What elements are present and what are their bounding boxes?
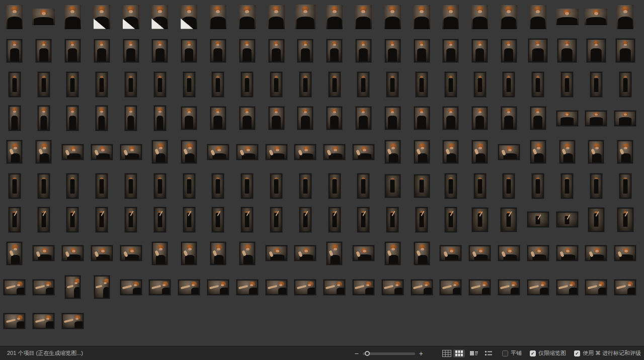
photo-thumbnail[interactable] — [530, 5, 546, 29]
photo-thumbnail[interactable] — [386, 207, 399, 233]
photo-thumbnail[interactable] — [556, 9, 579, 25]
photo-thumbnail[interactable] — [439, 245, 462, 261]
photo-thumbnail[interactable] — [471, 207, 489, 232]
photo-thumbnail[interactable] — [268, 106, 285, 130]
photo-thumbnail[interactable] — [384, 241, 401, 265]
photo-thumbnail[interactable] — [471, 140, 488, 164]
photo-thumbnail[interactable] — [120, 144, 142, 160]
grid-view-button[interactable] — [453, 349, 465, 357]
photo-thumbnail[interactable] — [153, 105, 167, 131]
photo-thumbnail[interactable] — [95, 207, 108, 233]
photo-thumbnail[interactable] — [181, 106, 197, 130]
photo-thumbnail[interactable] — [471, 5, 488, 29]
photo-thumbnail[interactable] — [498, 279, 520, 296]
photo-thumbnail[interactable] — [183, 71, 196, 98]
photo-thumbnail[interactable] — [95, 173, 108, 199]
photo-thumbnail[interactable] — [94, 275, 110, 299]
photo-thumbnail[interactable] — [210, 5, 226, 29]
photo-thumbnail[interactable] — [328, 71, 341, 98]
photo-thumbnail[interactable] — [326, 5, 343, 29]
slider-track[interactable] — [363, 352, 415, 355]
photo-thumbnail[interactable] — [66, 105, 79, 131]
photo-thumbnail[interactable] — [414, 241, 430, 265]
photo-thumbnail[interactable] — [207, 279, 229, 296]
photo-thumbnail[interactable] — [61, 245, 84, 261]
photo-thumbnail[interactable] — [326, 39, 343, 63]
photo-thumbnail[interactable] — [124, 105, 137, 131]
photo-thumbnail[interactable] — [32, 245, 55, 261]
photo-thumbnail[interactable] — [586, 38, 606, 63]
photo-thumbnail[interactable] — [590, 71, 603, 98]
photo-thumbnail[interactable] — [95, 105, 108, 131]
photo-thumbnail[interactable] — [294, 245, 316, 261]
photo-thumbnail[interactable] — [381, 279, 404, 296]
photo-thumbnail[interactable] — [270, 71, 283, 98]
photo-thumbnail[interactable] — [384, 106, 401, 130]
photo-thumbnail[interactable] — [442, 106, 459, 130]
photo-thumbnail[interactable] — [239, 241, 256, 265]
photo-thumbnail[interactable] — [61, 313, 84, 329]
list-view-button[interactable] — [483, 349, 494, 357]
photo-thumbnail[interactable] — [6, 241, 23, 265]
photo-thumbnail[interactable] — [236, 144, 259, 160]
photo-thumbnail[interactable] — [268, 5, 285, 29]
photo-thumbnail[interactable] — [384, 5, 401, 29]
thumbnails-only-option[interactable]: ✓ 仅限缩览图 — [530, 349, 566, 357]
photo-thumbnail[interactable] — [471, 106, 488, 130]
photo-thumbnail[interactable] — [8, 207, 21, 233]
photo-thumbnail[interactable] — [585, 279, 607, 296]
photo-thumbnail[interactable] — [444, 173, 457, 199]
tile-checkbox[interactable] — [502, 350, 508, 356]
photo-thumbnail[interactable] — [444, 71, 457, 98]
photo-thumbnail[interactable] — [297, 106, 313, 130]
photo-thumbnail[interactable] — [556, 110, 579, 127]
photo-thumbnail[interactable] — [444, 207, 457, 233]
photo-thumbnail[interactable] — [614, 279, 636, 296]
photo-thumbnail[interactable] — [3, 279, 26, 296]
photo-thumbnail[interactable] — [588, 140, 604, 164]
photo-thumbnail[interactable] — [8, 71, 21, 98]
photo-thumbnail[interactable] — [384, 140, 401, 164]
photo-thumbnail[interactable] — [120, 279, 142, 296]
photo-thumbnail[interactable] — [502, 173, 515, 199]
photo-thumbnail[interactable] — [297, 39, 313, 63]
photo-thumbnail[interactable] — [559, 140, 576, 164]
photo-thumbnail[interactable] — [236, 279, 259, 296]
photo-thumbnail[interactable] — [415, 207, 428, 233]
photo-thumbnail[interactable] — [355, 39, 372, 63]
photo-thumbnail[interactable] — [415, 71, 428, 98]
photo-thumbnail[interactable] — [556, 245, 579, 261]
photo-thumbnail[interactable] — [556, 211, 579, 228]
photo-thumbnail[interactable] — [124, 71, 137, 98]
photo-thumbnail[interactable] — [3, 313, 26, 329]
photo-thumbnail[interactable] — [556, 279, 579, 296]
photo-thumbnail[interactable] — [386, 71, 399, 98]
cmd-rating-checkbox[interactable]: ✓ — [574, 350, 580, 356]
photo-thumbnail[interactable] — [442, 140, 459, 164]
photo-thumbnail[interactable] — [531, 173, 544, 199]
photo-thumbnail[interactable] — [123, 5, 139, 29]
photo-thumbnail[interactable] — [502, 71, 515, 98]
zoom-in-button[interactable]: + — [417, 350, 425, 357]
photo-thumbnail[interactable] — [614, 110, 636, 127]
photo-thumbnail[interactable] — [355, 5, 372, 29]
photo-thumbnail[interactable] — [239, 39, 256, 63]
photo-thumbnail[interactable] — [91, 144, 113, 160]
photo-thumbnail[interactable] — [148, 279, 171, 296]
photo-thumbnail[interactable] — [442, 39, 459, 63]
photo-thumbnail[interactable] — [61, 144, 84, 160]
photo-thumbnail[interactable] — [299, 173, 312, 199]
photo-thumbnail[interactable] — [473, 71, 487, 98]
photo-thumbnail[interactable] — [617, 5, 633, 29]
photo-thumbnail[interactable] — [323, 279, 346, 296]
photo-thumbnail[interactable] — [326, 241, 343, 265]
photo-thumbnail[interactable] — [211, 71, 224, 98]
photo-thumbnail[interactable] — [530, 140, 546, 164]
zoom-out-button[interactable]: − — [353, 350, 361, 357]
photo-thumbnail[interactable] — [8, 105, 21, 131]
photo-thumbnail[interactable] — [355, 106, 372, 130]
photo-thumbnail[interactable] — [239, 5, 256, 29]
photo-thumbnail[interactable] — [6, 5, 23, 29]
photo-thumbnail[interactable] — [35, 39, 52, 63]
photo-thumbnail[interactable] — [183, 207, 196, 233]
